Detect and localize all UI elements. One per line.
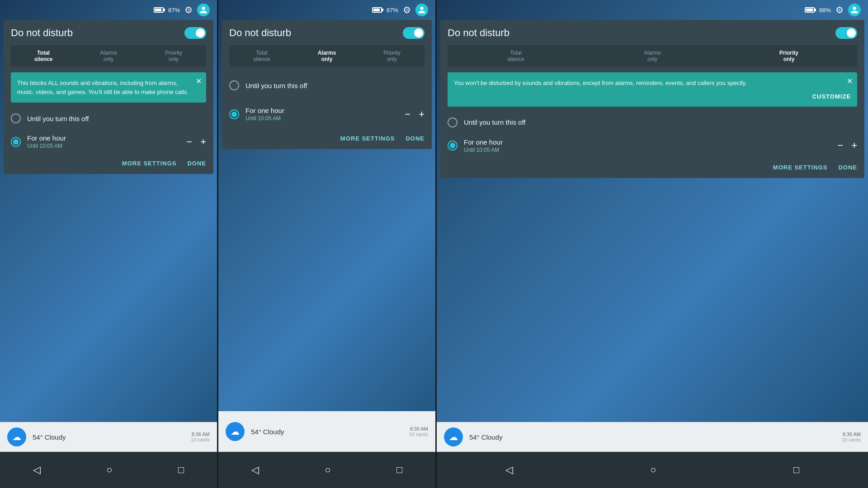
mode-total-silence-2[interactable]: Totalsilence: [229, 45, 294, 67]
nav-back-1[interactable]: ◁: [33, 464, 41, 476]
radio-option-hour-2[interactable]: For one hour Until 10:05 AM − +: [229, 99, 425, 130]
cloud-icon-1: ☁: [12, 432, 21, 442]
mode-total-silence-3[interactable]: Totalsilence: [448, 45, 584, 67]
battery-icon-3: [805, 7, 815, 13]
notification-bar-3: ☁ 54° Cloudy 8:36 AM 10 cards: [437, 422, 868, 452]
notif-right-1: 8:36 AM 10 cards: [191, 432, 210, 442]
notif-right-2: 8:36 AM 10 cards: [409, 426, 428, 437]
nav-bar-3: ◁ ○ □: [437, 452, 868, 488]
dnd-title-1: Do not disturb: [11, 27, 73, 39]
toggle-knob-1: [196, 28, 205, 38]
notif-title-3: 54° Cloudy: [469, 433, 835, 441]
nav-back-2[interactable]: ◁: [251, 464, 259, 476]
stepper-3: − +: [837, 140, 857, 151]
battery-fill-2: [373, 9, 380, 11]
dnd-toggle-2[interactable]: [403, 27, 425, 39]
battery-rect-3: [805, 7, 815, 13]
card-footer-2: MORE SETTINGS DONE: [229, 130, 425, 142]
nav-home-1[interactable]: ○: [106, 464, 112, 476]
increase-btn-3[interactable]: +: [851, 140, 857, 151]
settings-icon-2[interactable]: ⚙: [403, 5, 411, 15]
radio-option-off-2[interactable]: Until you turn this off: [229, 72, 425, 99]
notification-bar-2: ☁ 54° Cloudy 8:36 AM 10 cards: [218, 411, 435, 452]
avatar-icon-1[interactable]: [197, 4, 210, 16]
nav-home-2[interactable]: ○: [325, 464, 330, 476]
radio-circle-hour-3: [448, 141, 458, 150]
radio-label-hour-3: For one hour Until 10:05 AM: [464, 138, 831, 153]
avatar-icon-2[interactable]: [415, 4, 428, 16]
more-settings-btn-1[interactable]: MORE SETTINGS: [122, 160, 177, 167]
done-btn-3[interactable]: DONE: [838, 164, 857, 171]
dnd-title-3: Do not disturb: [448, 27, 509, 39]
notif-text-2: 54° Cloudy: [251, 428, 403, 436]
info-box-close-3[interactable]: ✕: [847, 77, 853, 85]
notif-title-1: 54° Cloudy: [33, 433, 184, 441]
radio-circle-hour-1: [11, 137, 21, 147]
avatar-icon-3[interactable]: [848, 4, 861, 16]
customize-btn-3[interactable]: CUSTOMIZE: [812, 93, 851, 100]
radio-option-hour-1[interactable]: For one hour Until 10:05 AM − +: [11, 129, 206, 155]
done-btn-1[interactable]: DONE: [187, 160, 206, 167]
dnd-title-2: Do not disturb: [229, 27, 291, 39]
toggle-knob-2: [414, 28, 423, 38]
mode-priority-only-1[interactable]: Priorityonly: [141, 45, 206, 67]
increase-btn-1[interactable]: +: [200, 136, 206, 148]
battery-rect-1: [154, 7, 164, 13]
increase-btn-2[interactable]: +: [419, 108, 425, 120]
radio-label-text-2: For one hour: [245, 107, 398, 114]
battery-percent-1: 87%: [168, 7, 180, 14]
notif-icon-2: ☁: [226, 422, 245, 441]
cloud-icon-2: ☁: [231, 426, 240, 437]
mode-alarms-only-2[interactable]: Alarmsonly: [294, 45, 359, 67]
more-settings-btn-2[interactable]: MORE SETTINGS: [340, 135, 395, 142]
notification-bar-1: ☁ 54° Cloudy 8:36 AM 10 cards: [0, 422, 217, 452]
nav-recents-3[interactable]: □: [793, 464, 799, 476]
nav-home-3[interactable]: ○: [650, 464, 656, 476]
more-settings-btn-3[interactable]: MORE SETTINGS: [773, 164, 828, 171]
notif-icon-3: ☁: [444, 427, 463, 446]
mode-alarms-only-1[interactable]: Alarmsonly: [76, 45, 141, 67]
status-bar-3: 88% ⚙: [437, 0, 868, 20]
info-box-close-1[interactable]: ✕: [196, 77, 202, 85]
dnd-toggle-1[interactable]: [184, 27, 206, 39]
nav-bar-1: ◁ ○ □: [0, 452, 217, 488]
radio-option-hour-3[interactable]: For one hour Until 10:05 AM − +: [448, 133, 857, 159]
nav-recents-2[interactable]: □: [396, 464, 402, 476]
mode-priority-only-2[interactable]: Priorityonly: [359, 45, 425, 67]
radio-circle-off-2: [229, 80, 239, 90]
battery-icon-2: [372, 7, 382, 13]
done-btn-2[interactable]: DONE: [406, 135, 425, 142]
notif-cards-2: 10 cards: [409, 432, 428, 437]
radio-circle-off-1: [11, 113, 21, 123]
phone-panel-1: 87% ⚙ Do not disturb Totalsilence Alarms…: [0, 0, 217, 488]
status-bar-1: 87% ⚙: [0, 0, 217, 20]
decrease-btn-1[interactable]: −: [186, 136, 192, 148]
radio-label-off-1: Until you turn this off: [27, 115, 89, 122]
notif-cards-3: 10 cards: [842, 437, 861, 442]
card-footer-3: MORE SETTINGS DONE: [448, 159, 857, 171]
phone-panel-2: 87% ⚙ Do not disturb Totalsilence Alarms…: [218, 0, 435, 488]
decrease-btn-2[interactable]: −: [405, 108, 410, 120]
battery-fill-3: [806, 9, 813, 11]
dnd-header-1: Do not disturb: [11, 27, 206, 39]
battery-percent-3: 88%: [819, 7, 831, 14]
mode-total-silence-1[interactable]: Totalsilence: [11, 45, 76, 67]
info-box-action-3: CUSTOMIZE: [454, 92, 851, 100]
dnd-header-3: Do not disturb: [448, 27, 857, 39]
decrease-btn-3[interactable]: −: [837, 140, 843, 151]
nav-recents-1[interactable]: □: [178, 464, 184, 476]
battery-percent-2: 87%: [387, 7, 398, 14]
settings-icon-1[interactable]: ⚙: [184, 5, 193, 15]
radio-option-off-3[interactable]: Until you turn this off: [448, 112, 857, 133]
cloud-icon-3: ☁: [449, 432, 458, 442]
nav-back-3[interactable]: ◁: [505, 464, 513, 476]
dnd-toggle-3[interactable]: [835, 27, 857, 39]
radio-option-off-1[interactable]: Until you turn this off: [11, 108, 206, 129]
battery-icon-1: [154, 7, 164, 13]
mode-priority-only-3[interactable]: Priorityonly: [721, 45, 857, 67]
settings-icon-3[interactable]: ⚙: [835, 5, 844, 15]
dnd-header-2: Do not disturb: [229, 27, 425, 39]
mode-alarms-only-3[interactable]: Alarmsonly: [584, 45, 721, 67]
mode-selector-3: Totalsilence Alarmsonly Priorityonly: [448, 45, 857, 67]
info-box-3: You won't be disturbed by sounds and vib…: [448, 72, 857, 107]
